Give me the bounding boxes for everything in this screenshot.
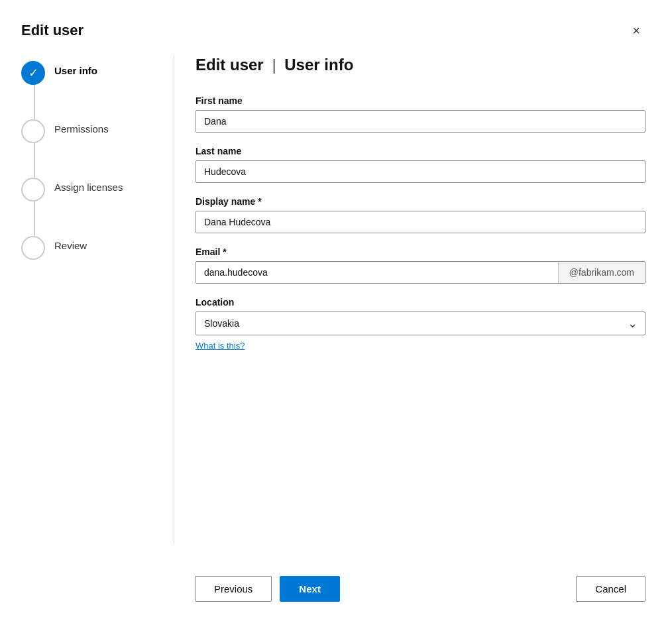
cancel-button[interactable]: Cancel (576, 576, 645, 602)
display-name-group: Display name * (196, 196, 645, 233)
step-permissions[interactable]: Permissions (21, 119, 158, 143)
step-circle-user-info: ✓ (21, 61, 45, 85)
email-input[interactable] (196, 262, 558, 283)
dialog-title: Edit user (21, 22, 84, 39)
dialog-body: ✓ User info Permissions (21, 56, 645, 544)
step-label-assign-licenses: Assign licenses (54, 178, 123, 193)
close-button[interactable]: × (627, 21, 645, 40)
first-name-label: First name (196, 95, 645, 106)
step-connector-3 (34, 201, 35, 236)
section-title-prefix: Edit user (196, 56, 264, 74)
step-label-user-info: User info (54, 61, 97, 76)
previous-button[interactable]: Previous (195, 576, 272, 602)
step-label-permissions: Permissions (54, 119, 109, 135)
step-user-info[interactable]: ✓ User info (21, 61, 158, 85)
stepper: ✓ User info Permissions (21, 56, 174, 544)
step-label-review: Review (54, 236, 87, 251)
step-circle-assign-licenses (21, 178, 45, 201)
step-circle-review (21, 236, 45, 260)
section-title: Edit user | User info (196, 56, 645, 74)
email-group: Email * @fabrikam.com (196, 247, 645, 284)
step-connector-1 (34, 85, 35, 119)
checkmark-icon: ✓ (28, 67, 38, 79)
step-review[interactable]: Review (21, 236, 158, 260)
dialog-header: Edit user × (21, 21, 645, 40)
location-label: Location (196, 297, 645, 308)
footer-right: Cancel (576, 576, 645, 602)
section-title-separator: | (272, 56, 276, 74)
display-name-input[interactable] (196, 211, 645, 233)
section-title-suffix: User info (284, 56, 353, 74)
first-name-input[interactable] (196, 110, 645, 133)
email-field-wrapper: @fabrikam.com (196, 261, 645, 284)
location-group: Location Slovakia Czech Republic Austria… (196, 297, 645, 351)
email-domain: @fabrikam.com (558, 262, 645, 283)
edit-user-dialog: Edit user × ✓ User info (0, 0, 672, 623)
first-name-group: First name (196, 95, 645, 133)
main-content: Edit user | User info First name Last na… (174, 56, 645, 544)
step-circle-permissions (21, 119, 45, 143)
display-name-label: Display name * (196, 196, 645, 207)
what-is-this-link[interactable]: What is this? (196, 341, 245, 351)
last-name-group: Last name (196, 146, 645, 183)
location-select[interactable]: Slovakia Czech Republic Austria Germany … (196, 312, 645, 335)
dialog-footer: Previous Next Cancel (21, 565, 645, 602)
footer-left: Previous Next (21, 576, 576, 602)
location-select-wrapper: Slovakia Czech Republic Austria Germany … (196, 312, 645, 335)
last-name-input[interactable] (196, 160, 645, 183)
last-name-label: Last name (196, 146, 645, 156)
step-assign-licenses[interactable]: Assign licenses (21, 178, 158, 201)
next-button[interactable]: Next (280, 576, 340, 602)
email-label: Email * (196, 247, 645, 257)
step-connector-2 (34, 143, 35, 178)
